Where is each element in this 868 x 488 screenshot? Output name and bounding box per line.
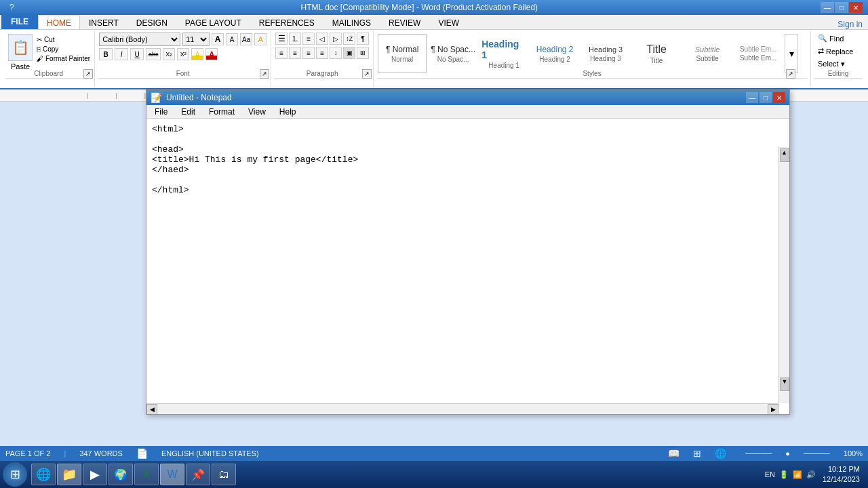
clear-formatting-button[interactable]: A <box>254 33 267 45</box>
notepad-minimize-button[interactable]: — <box>746 92 758 103</box>
underline-button[interactable]: U <box>130 48 144 60</box>
notepad-scrollbar-vertical[interactable]: ▲ ▼ <box>778 147 789 403</box>
sort-button[interactable]: ↕Z <box>343 33 355 45</box>
find-button[interactable]: 🔍 Find <box>815 33 861 44</box>
date-display: 12/14/2023 <box>823 474 860 485</box>
notepad-restore-button[interactable]: □ <box>760 92 772 103</box>
taskbar-folder2[interactable]: 🗂 <box>212 464 236 485</box>
taskbar-ie[interactable]: 🌐 <box>31 464 56 485</box>
bold-button[interactable]: B <box>99 48 113 60</box>
font-size-select[interactable]: 11 <box>182 33 210 46</box>
italic-button[interactable]: I <box>115 48 128 60</box>
style-heading1-button[interactable]: Heading 1 Heading 1 <box>479 34 528 73</box>
tab-file[interactable]: FILE <box>1 14 38 29</box>
proofing-icon: 📄 <box>136 448 148 459</box>
style-heading3-button[interactable]: Heading 3 Heading 3 <box>581 34 630 73</box>
strikethrough-button[interactable]: abc <box>146 48 161 60</box>
shading-button[interactable]: ▣ <box>343 47 355 59</box>
notepad-menu-help[interactable]: Help <box>274 106 302 117</box>
taskbar-chrome[interactable]: 🌍 <box>108 464 133 485</box>
style-normal-button[interactable]: ¶ Normal Normal <box>378 34 427 73</box>
change-case-button[interactable]: Aa <box>240 33 252 45</box>
close-button[interactable]: ✕ <box>849 2 863 13</box>
view-web-button[interactable]: 🌐 <box>715 448 726 459</box>
style-heading2-button[interactable]: Heading 2 Heading 2 <box>530 34 579 73</box>
notepad-window: 📝 Untitled - Notepad — □ ✕ File Edit For… <box>146 89 790 415</box>
view-print-button[interactable]: ⊞ <box>693 448 701 459</box>
style-more-button[interactable]: ▾ <box>785 34 798 73</box>
font-shrink-button[interactable]: A <box>226 33 238 45</box>
font-color-button[interactable]: A <box>205 48 218 60</box>
tab-design[interactable]: DESIGN <box>127 16 176 29</box>
start-button[interactable]: ⊞ <box>3 462 27 487</box>
font-family-select[interactable]: Calibri (Body) <box>99 33 180 46</box>
format-painter-button[interactable]: 🖌 Format Painter <box>35 54 92 63</box>
line-spacing-button[interactable]: ↕ <box>330 47 342 59</box>
notepad-menu-format[interactable]: Format <box>203 106 240 117</box>
taskbar-explorer[interactable]: 📁 <box>57 464 81 485</box>
scroll-left-button[interactable]: ◀ <box>146 404 157 415</box>
page-count: PAGE 1 OF 2 <box>5 449 50 458</box>
paste-button[interactable]: 📋 Paste <box>5 33 35 72</box>
style-subtle-emphasis-button[interactable]: Subtle Em... Subtle Em... <box>734 34 783 73</box>
align-left-button[interactable]: ≡ <box>275 47 288 59</box>
align-right-button[interactable]: ≡ <box>302 47 315 59</box>
word-count: 347 WORDS <box>79 449 123 458</box>
notepad-editor[interactable] <box>146 119 789 414</box>
text-highlight-button[interactable]: A <box>191 48 203 60</box>
cut-button[interactable]: ✂ Cut <box>35 35 92 44</box>
scroll-right-button[interactable]: ▶ <box>768 404 778 415</box>
taskbar-sticky[interactable]: 📌 <box>186 464 210 485</box>
clipboard-expand-button[interactable]: ↗ <box>83 69 93 79</box>
style-subtitle-button[interactable]: Subtitle Subtitle <box>683 34 732 73</box>
clock[interactable]: 10:12 PM 12/14/2023 <box>817 464 865 485</box>
notepad-menu-view[interactable]: View <box>243 106 271 117</box>
styles-expand-button[interactable]: ↗ <box>786 69 795 79</box>
decrease-indent-button[interactable]: ◁ <box>316 33 328 45</box>
subscript-button[interactable]: X₂ <box>163 48 175 60</box>
tab-review[interactable]: REVIEW <box>380 16 429 29</box>
tab-view[interactable]: VIEW <box>429 16 468 29</box>
bullets-button[interactable]: ☰ <box>275 33 288 45</box>
clipboard-group: 📋 Paste ✂ Cut ⎘ Copy 🖌 Format Painter Cl… <box>3 31 95 87</box>
multilevel-list-button[interactable]: ≡ <box>302 33 315 45</box>
cut-icon: ✂ <box>37 36 42 43</box>
notepad-app-icon: 📝 <box>151 92 162 103</box>
zoom-slider[interactable]: ● <box>785 449 790 458</box>
sign-in-button[interactable]: Sign in <box>837 20 863 29</box>
show-marks-button[interactable]: ¶ <box>357 33 369 45</box>
help-icon[interactable]: ? <box>5 3 18 12</box>
copy-button[interactable]: ⎘ Copy <box>35 45 92 54</box>
increase-indent-button[interactable]: ▷ <box>330 33 342 45</box>
paragraph-expand-button[interactable]: ↗ <box>362 69 372 79</box>
align-center-button[interactable]: ≡ <box>289 47 301 59</box>
maximize-button[interactable]: □ <box>835 2 848 13</box>
tab-page-layout[interactable]: PAGE LAYOUT <box>176 16 250 29</box>
font-grow-button[interactable]: A <box>212 33 224 45</box>
select-button[interactable]: Select ▾ <box>815 58 861 70</box>
replace-icon: ⇄ <box>818 47 824 56</box>
taskbar-wmp[interactable]: ▶ <box>83 464 107 485</box>
tab-mailings[interactable]: MAILINGS <box>323 16 380 29</box>
notepad-menu-edit[interactable]: Edit <box>176 106 201 117</box>
battery-icon: 🔋 <box>779 470 789 479</box>
view-read-button[interactable]: 📖 <box>668 448 679 459</box>
minimize-button[interactable]: — <box>821 2 834 13</box>
notepad-scrollbar-horizontal[interactable]: ◀ ▶ <box>146 403 778 414</box>
tab-insert[interactable]: INSERT <box>80 16 127 29</box>
font-expand-button[interactable]: ↗ <box>260 69 269 79</box>
notepad-menu-file[interactable]: File <box>149 106 173 117</box>
taskbar-word[interactable]: W <box>160 464 184 485</box>
style-no-spacing-button[interactable]: ¶ No Spac... No Spac... <box>429 34 477 73</box>
tab-home[interactable]: HOME <box>38 16 80 29</box>
replace-button[interactable]: ⇄ Replace <box>815 45 861 57</box>
ribbon-tabs: FILE HOME INSERT DESIGN PAGE LAYOUT REFE… <box>0 15 868 30</box>
justify-button[interactable]: ≡ <box>316 47 328 59</box>
style-title-button[interactable]: Title Title <box>632 34 681 73</box>
borders-button[interactable]: ⊞ <box>357 47 369 59</box>
notepad-close-button[interactable]: ✕ <box>773 92 785 103</box>
tab-references[interactable]: REFERENCES <box>250 16 323 29</box>
superscript-button[interactable]: X² <box>177 48 189 60</box>
taskbar-excel[interactable]: X <box>134 464 159 485</box>
numbering-button[interactable]: 1. <box>289 33 301 45</box>
